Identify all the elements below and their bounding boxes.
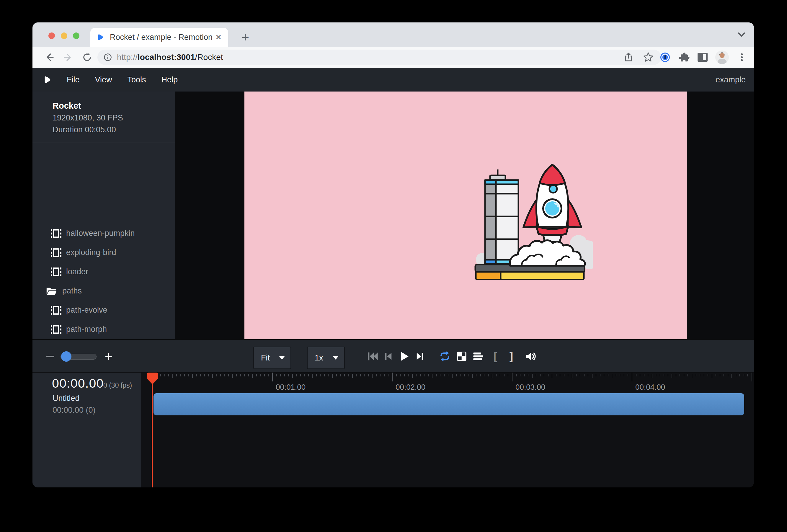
playhead-line — [152, 381, 153, 487]
project-name-label: example — [716, 75, 746, 84]
ruler-tick — [192, 374, 193, 378]
out-point-button[interactable]: ] — [505, 350, 518, 363]
new-tab-button[interactable]: + — [238, 29, 253, 45]
ruler-tick — [684, 374, 684, 377]
ruler-tick — [687, 374, 688, 377]
close-window-button[interactable] — [48, 33, 55, 39]
zoom-in-button[interactable]: + — [103, 349, 114, 364]
ruler-tick — [664, 374, 664, 377]
volume-button[interactable] — [524, 350, 537, 363]
ruler-tick — [712, 374, 712, 378]
ruler-tick — [636, 374, 636, 377]
transparency-checkerboard-button[interactable] — [455, 350, 468, 363]
site-info-icon[interactable] — [103, 53, 112, 62]
ruler-tick — [648, 374, 648, 377]
fullscreen-window-button[interactable] — [73, 33, 79, 39]
timeline-canvas[interactable]: 00:01.0000:02.0000:03.0000:04.00 — [145, 373, 754, 487]
back-button[interactable] — [43, 51, 56, 63]
browser-tab[interactable]: Rocket / example - Remotion P ✕ — [90, 28, 228, 47]
share-icon[interactable] — [623, 52, 634, 63]
ruler-tick — [384, 374, 385, 377]
ruler-tick — [728, 374, 728, 377]
extensions-puzzle-icon[interactable] — [678, 51, 690, 63]
ruler-tick — [596, 374, 596, 377]
profile-avatar[interactable] — [715, 50, 729, 64]
menu-file[interactable]: File — [67, 75, 80, 84]
ruler-tick — [536, 374, 536, 377]
timeline-zoom-slider-thumb[interactable] — [61, 351, 71, 362]
playback-speed-select[interactable]: 1x — [307, 347, 345, 369]
ruler-tick — [348, 374, 348, 377]
ruler-tick — [260, 374, 261, 377]
sidebar-item-path-evolve[interactable]: path-evolve — [33, 301, 175, 320]
remotion-favicon-icon — [97, 34, 105, 41]
loop-toggle-button[interactable] — [439, 350, 451, 363]
ruler-tick — [400, 374, 401, 377]
ruler-tick — [632, 373, 632, 381]
ruler-tick — [476, 374, 476, 377]
remotion-logo-icon[interactable] — [43, 75, 52, 84]
ruler-tick — [160, 374, 161, 377]
sidebar-item-label: path-evolve — [66, 305, 107, 315]
menu-help[interactable]: Help — [162, 75, 178, 84]
forward-button[interactable] — [62, 51, 75, 63]
ruler-tick — [212, 374, 213, 378]
browser-menu-icon[interactable] — [736, 51, 748, 63]
tab-title: Rocket / example - Remotion P — [110, 33, 212, 42]
onepassword-extension-icon[interactable] — [659, 51, 671, 63]
ruler-tick — [496, 374, 496, 377]
jump-to-start-button[interactable] — [366, 350, 379, 363]
ruler-tick — [504, 374, 505, 377]
ruler-tick — [204, 374, 205, 377]
desktop-background: Rocket / example - Remotion P ✕ + — [0, 0, 787, 532]
sidebar-item-halloween-pumpkin[interactable]: halloween-pumpkin — [33, 224, 175, 243]
ruler-tick — [180, 374, 181, 377]
in-point-button[interactable]: [ — [489, 350, 502, 363]
address-bar[interactable]: http://localhost:3001/Rocket — [98, 49, 661, 65]
play-button[interactable] — [398, 350, 411, 363]
ruler-tick — [564, 374, 565, 377]
bookmark-star-icon[interactable] — [642, 51, 654, 63]
playhead-handle[interactable] — [147, 373, 158, 384]
current-timecode: 00:00.00 — [52, 376, 104, 390]
ruler-tick — [232, 374, 233, 378]
tab-search-chevron-icon[interactable] — [736, 31, 747, 38]
sidebar-folder-paths[interactable]: paths — [33, 281, 175, 301]
reload-button[interactable] — [81, 51, 93, 63]
ruler-tick — [516, 374, 517, 377]
ruler-tick — [672, 374, 672, 378]
sidebar-item-path-morph[interactable]: path-morph — [33, 320, 175, 339]
ruler-tick — [244, 374, 245, 377]
timeline-track-bar[interactable] — [153, 393, 744, 416]
menu-view[interactable]: View — [95, 75, 112, 84]
previous-frame-button[interactable] — [382, 350, 395, 363]
ruler-tick — [276, 374, 277, 377]
ruler-tick — [392, 373, 392, 381]
ruler-second-label: 00:03.00 — [515, 383, 545, 392]
ruler-tick — [652, 374, 652, 378]
zoom-out-button[interactable] — [46, 356, 54, 357]
ruler-tick — [680, 374, 680, 377]
video-canvas — [244, 91, 687, 339]
ruler-tick — [624, 374, 624, 377]
ruler-tick — [436, 374, 437, 377]
preview-area — [178, 91, 754, 339]
ruler-tick — [528, 374, 528, 377]
ruler-tick — [320, 374, 321, 377]
ruler-tick — [228, 374, 229, 377]
timeline-panel-toggle-icon[interactable] — [472, 350, 485, 363]
ruler-tick — [484, 374, 484, 377]
sidebar-item-loader[interactable]: loader — [33, 262, 175, 281]
ruler-tick — [468, 374, 468, 377]
ruler-tick — [448, 374, 448, 377]
menu-tools[interactable]: Tools — [128, 75, 146, 84]
tab-close-icon[interactable]: ✕ — [215, 34, 222, 41]
minimize-window-button[interactable] — [61, 33, 67, 39]
sidebar-item-exploding-bird[interactable]: exploding-bird — [33, 243, 175, 262]
sidebar-divider — [33, 143, 175, 143]
next-frame-button[interactable] — [413, 350, 427, 363]
ruler-tick — [700, 374, 700, 377]
size-select[interactable]: Fit — [253, 347, 291, 369]
ruler-tick — [236, 374, 237, 377]
side-panel-icon[interactable] — [696, 51, 709, 63]
